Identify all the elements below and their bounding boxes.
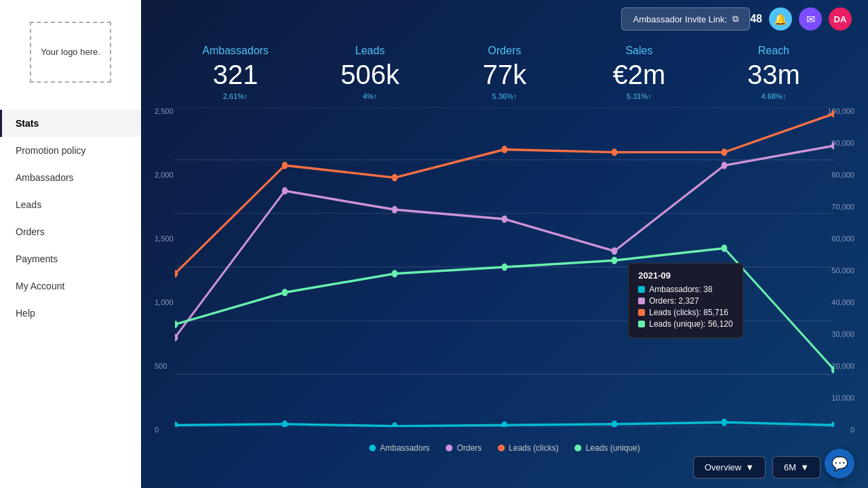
stat-leads-label: Leads bbox=[302, 45, 437, 57]
sidebar-item-stats[interactable]: Stats bbox=[0, 110, 141, 137]
legend-leads-unique: Leads (unique) bbox=[575, 443, 640, 453]
legend-ambassadors-label: Ambassadors bbox=[380, 443, 429, 453]
avatar[interactable]: DA bbox=[829, 7, 852, 30]
copy-icon: ⧉ bbox=[732, 14, 738, 24]
sidebar-item-leads[interactable]: Leads bbox=[0, 191, 141, 218]
stat-sales-change: 5.31%↑ bbox=[572, 92, 706, 100]
svg-point-23 bbox=[392, 270, 398, 277]
svg-point-13 bbox=[831, 110, 834, 117]
legend-orders-label: Orders bbox=[457, 443, 482, 453]
stat-ambassadors-label: Ambassadors bbox=[168, 45, 302, 57]
svg-point-31 bbox=[502, 422, 508, 427]
sidebar-item-orders[interactable]: Orders bbox=[0, 218, 141, 245]
stat-orders-label: Orders bbox=[437, 45, 572, 57]
stat-reach: Reach 33m 4.68%↑ bbox=[707, 45, 841, 100]
chevron-down-icon: ▼ bbox=[745, 462, 754, 472]
chat-bubble-button[interactable]: 💬 bbox=[825, 449, 854, 479]
sidebar-item-ambassadors[interactable]: Ambassadors bbox=[0, 164, 141, 191]
period-label: 6M bbox=[784, 462, 796, 472]
invite-link-label: Ambassador Invite Link: bbox=[633, 14, 727, 24]
legend-ambassadors: Ambassadors bbox=[369, 443, 429, 453]
svg-point-32 bbox=[612, 420, 618, 427]
svg-point-30 bbox=[392, 422, 398, 427]
notification-count: 48 bbox=[750, 13, 762, 25]
stat-reach-value: 33m bbox=[707, 60, 841, 89]
stat-ambassadors-change: 2.61%↑ bbox=[168, 92, 302, 100]
y-axis-left: 2,500 2,000 1,500 1,000 500 0 bbox=[155, 107, 174, 434]
svg-point-26 bbox=[722, 245, 728, 252]
nav-menu: Stats Promotion policy Ambassadors Leads… bbox=[0, 110, 141, 327]
svg-point-8 bbox=[282, 162, 288, 169]
svg-point-15 bbox=[282, 187, 288, 195]
svg-point-28 bbox=[175, 422, 178, 427]
main-content: Ambassador Invite Link: ⧉ 48 🔔 ✉ DA Amba… bbox=[141, 0, 868, 488]
svg-point-24 bbox=[502, 263, 508, 270]
sidebar-item-payments[interactable]: Payments bbox=[0, 245, 141, 272]
stat-reach-change: 4.68%↑ bbox=[707, 92, 841, 100]
svg-point-17 bbox=[502, 216, 508, 223]
line-chart: 2021-04 2021-05 2021-06 2021-07 2021-08 … bbox=[175, 107, 834, 427]
stat-leads: Leads 506k 4%↑ bbox=[302, 45, 437, 100]
stat-sales: Sales €2m 5.31%↑ bbox=[572, 45, 706, 100]
legend-orders: Orders bbox=[446, 443, 482, 453]
stat-ambassadors-value: 321 bbox=[168, 60, 302, 89]
svg-point-20 bbox=[831, 142, 834, 149]
svg-point-29 bbox=[282, 420, 288, 427]
sidebar-item-promotion-policy[interactable]: Promotion policy bbox=[0, 137, 141, 164]
chart-legend: Ambassadors Orders Leads (clicks) Leads … bbox=[369, 443, 639, 453]
overview-label: Overview bbox=[705, 462, 741, 472]
stat-ambassadors: Ambassadors 321 2.61%↑ bbox=[168, 45, 302, 100]
topbar-right: 48 🔔 ✉ DA bbox=[750, 7, 852, 30]
svg-point-16 bbox=[392, 206, 398, 214]
legend-leads-clicks: Leads (clicks) bbox=[498, 443, 558, 453]
stat-orders: Orders 77k 5.36%↑ bbox=[437, 45, 572, 100]
overview-dropdown[interactable]: Overview ▼ bbox=[693, 456, 766, 479]
svg-point-25 bbox=[612, 257, 618, 264]
mail-icon[interactable]: ✉ bbox=[799, 7, 822, 30]
stat-orders-change: 5.36%↑ bbox=[437, 92, 572, 100]
period-dropdown[interactable]: 6M ▼ bbox=[772, 456, 821, 479]
legend-dot-leads-unique bbox=[575, 445, 582, 451]
svg-point-10 bbox=[502, 146, 508, 153]
svg-point-19 bbox=[722, 162, 728, 169]
topbar: Ambassador Invite Link: ⧉ 48 🔔 ✉ DA bbox=[141, 0, 868, 38]
legend-leads-unique-label: Leads (unique) bbox=[586, 443, 640, 453]
stat-leads-change: 4%↑ bbox=[302, 92, 437, 100]
stat-reach-label: Reach bbox=[707, 45, 841, 57]
svg-point-33 bbox=[722, 419, 728, 426]
sidebar-item-help[interactable]: Help bbox=[0, 300, 141, 327]
stat-orders-value: 77k bbox=[437, 60, 572, 89]
notification-bell-icon[interactable]: 🔔 bbox=[769, 7, 792, 30]
logo-area: Your logo here. bbox=[11, 11, 130, 94]
logo-placeholder: Your logo here. bbox=[30, 22, 111, 83]
stat-sales-label: Sales bbox=[572, 45, 706, 57]
chevron-down-icon-period: ▼ bbox=[800, 462, 809, 472]
svg-point-34 bbox=[831, 422, 834, 427]
legend-dot-orders bbox=[446, 445, 453, 451]
bottom-controls: Overview ▼ 6M ▼ bbox=[693, 456, 821, 479]
svg-point-9 bbox=[392, 174, 398, 182]
legend-leads-clicks-label: Leads (clicks) bbox=[509, 443, 558, 453]
svg-point-11 bbox=[612, 148, 618, 156]
invite-link-button[interactable]: Ambassador Invite Link: ⧉ bbox=[621, 7, 750, 30]
stat-leads-value: 506k bbox=[302, 60, 437, 89]
svg-point-21 bbox=[175, 321, 178, 328]
sidebar: Your logo here. Stats Promotion policy A… bbox=[0, 0, 141, 488]
svg-point-18 bbox=[612, 247, 618, 255]
stats-row: Ambassadors 321 2.61%↑ Leads 506k 4%↑ Or… bbox=[141, 38, 868, 100]
legend-dot-leads-clicks bbox=[498, 445, 505, 451]
sidebar-item-my-account[interactable]: My Account bbox=[0, 272, 141, 300]
chart-area: 2,500 2,000 1,500 1,000 500 0 100,000 90… bbox=[141, 100, 868, 488]
svg-point-22 bbox=[282, 289, 288, 296]
stat-sales-value: €2m bbox=[572, 60, 706, 89]
svg-point-12 bbox=[722, 148, 728, 156]
legend-dot-ambassadors bbox=[369, 445, 376, 451]
